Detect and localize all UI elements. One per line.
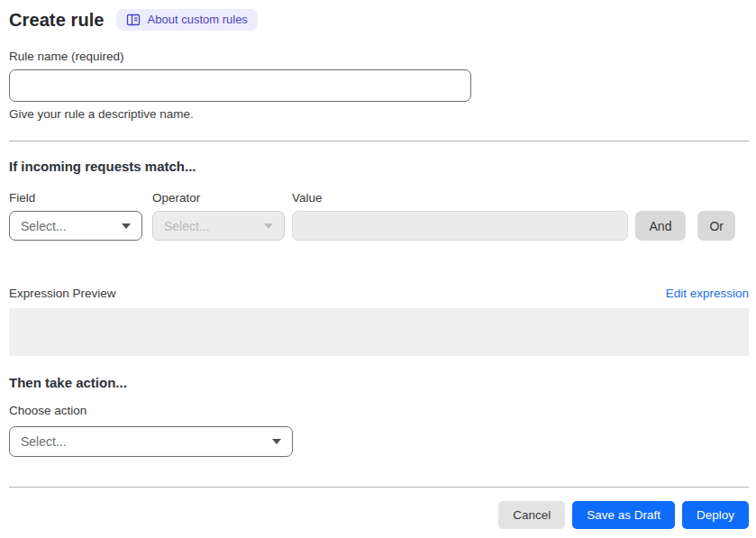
edit-expression-link[interactable]: Edit expression (666, 287, 749, 300)
value-input (292, 211, 628, 241)
or-button[interactable]: Or (697, 211, 735, 241)
field-column: Field Select... (9, 191, 142, 241)
operator-select-value: Select... (164, 219, 210, 233)
about-custom-rules-badge[interactable]: About custom rules (116, 9, 258, 31)
save-as-draft-button[interactable]: Save as Draft (572, 501, 675, 529)
badge-label: About custom rules (148, 13, 248, 27)
page-title: Create rule (9, 10, 105, 31)
section-divider (9, 141, 749, 141)
field-select-value: Select... (21, 219, 67, 233)
book-icon (126, 13, 141, 27)
expression-preview-label: Expression Preview (9, 287, 116, 300)
footer-divider (9, 487, 749, 488)
rule-name-input[interactable] (9, 69, 471, 102)
value-column: Value (292, 191, 628, 241)
value-label: Value (292, 191, 628, 205)
operator-column: Operator Select... (152, 191, 285, 241)
field-label: Field (9, 191, 142, 205)
create-rule-form: Create rule About custom rules Rule name… (0, 0, 756, 529)
footer-actions: Cancel Save as Draft Deploy (9, 501, 749, 529)
operator-select: Select... (152, 211, 285, 241)
field-select[interactable]: Select... (9, 211, 142, 241)
operator-label: Operator (152, 191, 285, 205)
cancel-button[interactable]: Cancel (498, 501, 565, 529)
and-button[interactable]: And (635, 211, 687, 241)
choose-action-label: Choose action (9, 404, 749, 417)
deploy-button[interactable]: Deploy (682, 501, 749, 529)
match-row: Field Select... Operator Select... Value… (9, 191, 749, 241)
chevron-down-icon (122, 223, 131, 229)
expression-preview-box (9, 308, 749, 356)
rule-name-helper-text: Give your rule a descriptive name. (9, 107, 749, 121)
choose-action-select-value: Select... (21, 434, 67, 449)
rule-name-group: Rule name (required) Give your rule a de… (9, 50, 749, 121)
action-section-heading: Then take action... (9, 375, 749, 390)
choose-action-select[interactable]: Select... (9, 426, 293, 457)
chevron-down-icon (264, 223, 273, 229)
chevron-down-icon (272, 439, 281, 444)
match-section-heading: If incoming requests match... (9, 159, 749, 174)
rule-name-label: Rule name (required) (9, 50, 749, 63)
header: Create rule About custom rules (9, 9, 749, 31)
expression-preview-header: Expression Preview Edit expression (9, 287, 749, 300)
